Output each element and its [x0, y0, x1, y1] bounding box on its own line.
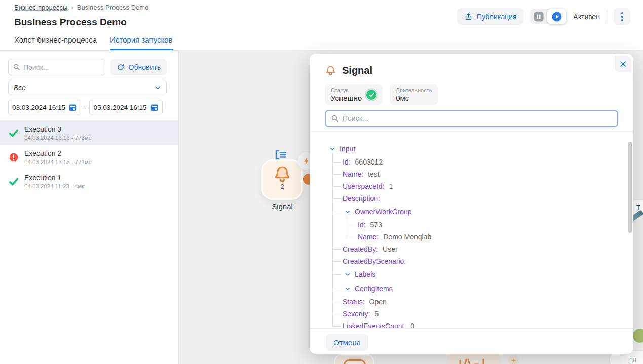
close-button[interactable] [615, 56, 631, 72]
calendar-icon [150, 103, 159, 112]
tree-value: Demo Monqlab [383, 233, 431, 241]
calendar-icon [68, 103, 77, 112]
run-state-toggle[interactable] [530, 9, 566, 24]
duration-chip-value: 0мс [396, 94, 432, 103]
signal-node-box[interactable]: 2 [261, 159, 303, 200]
tab-bar: Холст бизнес-процесса История запусков [0, 35, 643, 51]
tree-leaf: UserspaceId:1 [329, 180, 633, 192]
close-icon [619, 60, 627, 68]
status-chip-value: Успешно [331, 94, 362, 103]
execution-filter-select[interactable]: Все [8, 80, 167, 95]
tree-key: Id: [343, 158, 351, 166]
signal-details-modal: Signal Статус Успешно Длительность 0мс [310, 54, 633, 354]
lightning-icon [302, 157, 310, 166]
tree-value: User [383, 245, 398, 253]
sidebar-search-box [8, 59, 105, 75]
execution-list-item[interactable]: Execution 2 04.03.2024 16:15 - 771мс [0, 145, 178, 170]
tree-leaf: Status:Open [329, 296, 633, 308]
tree-leaf: LinkedEventsCount:0 [329, 320, 633, 328]
play-icon[interactable] [547, 9, 566, 24]
chevron-down-icon[interactable] [345, 271, 351, 277]
tree-value: Open [369, 298, 387, 306]
modal-title: Signal [342, 65, 372, 76]
tree-value: 0 [410, 322, 414, 328]
plus-icon[interactable]: + [508, 355, 519, 364]
tree-node[interactable]: OwnerWorkGroup [329, 205, 633, 219]
node-label: Signal [261, 202, 303, 211]
tree-key: Description: [343, 194, 380, 203]
tree-key: LinkedEventsCount: [343, 322, 406, 328]
tab-canvas[interactable]: Холст бизнес-процесса [14, 35, 97, 50]
tree-value: 6603012 [355, 158, 383, 166]
tree-leaf: CreatedByScenario: [329, 255, 633, 267]
divider [607, 10, 607, 23]
tree-node[interactable]: ConfigItems [329, 281, 633, 296]
tree-key: CreatedByScenario: [343, 257, 406, 265]
date-from-input[interactable]: 03.03.2024 16:15 [8, 100, 81, 115]
tree-leaf: Name:test [329, 168, 633, 180]
tree-leaf: Name:Demo Monqlab [329, 231, 633, 243]
success-check-icon [7, 128, 20, 139]
execution-name: Execution 3 [24, 125, 92, 134]
modal-search-input[interactable] [343, 114, 612, 123]
date-range-separator: - [84, 104, 86, 111]
signal-node[interactable]: 2 Signal [261, 159, 303, 200]
status-chip: Статус Успешно [325, 84, 383, 105]
tree-key: UserspaceId: [343, 182, 384, 190]
kebab-menu-icon[interactable] [614, 8, 630, 25]
tree-node[interactable]: Labels [329, 267, 633, 281]
tree-value: test [368, 170, 380, 178]
tree-node-label: ConfigItems [355, 285, 393, 293]
breadcrumb-root-link[interactable]: Бизнес-процессы [14, 4, 67, 11]
duration-chip-label: Длительность [396, 87, 432, 94]
tree-key: Status: [343, 298, 365, 306]
tree-leaf: Severity:5 [329, 308, 633, 320]
tree-key: Name: [358, 233, 379, 241]
refresh-icon [117, 63, 125, 71]
success-check-icon [366, 90, 376, 100]
tab-run-history[interactable]: История запусков [110, 35, 173, 50]
canvas-green-node-partial[interactable] [633, 329, 643, 343]
tree-node[interactable]: Input [329, 142, 633, 156]
search-icon [331, 114, 339, 123]
refresh-button[interactable]: Обновить [110, 59, 167, 75]
execution-list-item[interactable]: Execution 1 04.03.2024 11:23 - 4мс [0, 170, 178, 194]
error-icon [7, 152, 20, 163]
tree-leaf: CreatedBy:User [329, 243, 633, 255]
tree-key: Id: [358, 221, 366, 229]
payload-tree: InputId:6603012Name:testUserspaceId:1Des… [310, 132, 633, 328]
cancel-button[interactable]: Отмена [326, 334, 368, 351]
tree-key: Severity: [343, 310, 370, 318]
node-count-badge: 2 [281, 183, 284, 190]
execution-name: Execution 2 [24, 149, 92, 158]
date-to-input[interactable]: 05.03.2024 16:15 [89, 100, 162, 115]
execution-list: Execution 3 04.03.2024 16:16 - 773мс Exe… [0, 121, 178, 194]
duration-chip: Длительность 0мс [390, 84, 438, 105]
bell-icon [325, 64, 336, 77]
execution-details: 04.03.2024 16:16 - 773мс [24, 134, 92, 141]
tree-leaf: Id:6603012 [329, 156, 633, 168]
status-label: Активен [573, 13, 600, 21]
scrollbar-thumb[interactable] [628, 142, 632, 233]
tree-key: Name: [343, 170, 363, 178]
execution-details: 04.03.2024 16:15 - 771мс [24, 158, 92, 166]
pause-icon[interactable] [530, 12, 547, 22]
modal-search-box [325, 110, 618, 127]
executions-sidebar: Обновить Все 03.03.2024 16:15 - 05 [0, 51, 179, 364]
tree-leaf: Description: [329, 192, 633, 205]
chevron-down-icon[interactable] [345, 286, 351, 292]
execution-list-item[interactable]: Execution 3 04.03.2024 16:16 - 773мс [0, 121, 178, 145]
chevron-down-icon[interactable] [345, 209, 351, 215]
header: Бизнес-процессы › Business Process Demo … [0, 0, 643, 35]
chevron-down-icon [154, 84, 161, 91]
breadcrumb-current: Business Process Demo [77, 4, 149, 11]
breadcrumb-separator: › [71, 4, 73, 11]
log-icon[interactable] [275, 150, 287, 162]
publish-button[interactable]: Публикация [457, 8, 523, 25]
share-icon [464, 12, 473, 21]
chevron-down-icon[interactable] [329, 146, 335, 152]
sidebar-search-input[interactable] [23, 63, 101, 71]
tree-leaf: Id:573 [329, 219, 633, 231]
tree-value: 1 [389, 182, 393, 190]
tree-key: CreatedBy: [343, 245, 378, 253]
